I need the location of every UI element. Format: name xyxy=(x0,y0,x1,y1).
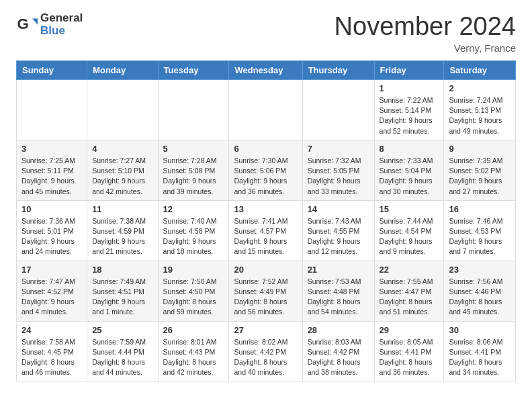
day-header-monday: Monday xyxy=(87,61,158,80)
day-number: 1 xyxy=(380,83,439,93)
calendar-cell: 20Sunrise: 7:52 AMSunset: 4:49 PMDayligh… xyxy=(229,261,302,321)
day-info: Sunrise: 7:58 AMSunset: 4:45 PMDaylight:… xyxy=(21,337,82,378)
calendar-cell: 13Sunrise: 7:41 AMSunset: 4:57 PMDayligh… xyxy=(229,200,302,261)
calendar-table: SundayMondayTuesdayWednesdayThursdayFrid… xyxy=(16,60,516,381)
calendar-cell: 10Sunrise: 7:36 AMSunset: 5:01 PMDayligh… xyxy=(17,200,87,261)
day-info: Sunrise: 7:55 AMSunset: 4:47 PMDaylight:… xyxy=(380,277,439,318)
calendar-cell: 25Sunrise: 7:59 AMSunset: 4:44 PMDayligh… xyxy=(87,321,158,381)
day-info: Sunrise: 7:49 AMSunset: 4:51 PMDaylight:… xyxy=(92,277,152,318)
location: Verny, France xyxy=(335,42,516,54)
calendar-cell: 26Sunrise: 8:01 AMSunset: 4:43 PMDayligh… xyxy=(158,321,229,381)
day-number: 12 xyxy=(163,204,224,214)
calendar-cell: 3Sunrise: 7:25 AMSunset: 5:11 PMDaylight… xyxy=(17,140,87,200)
calendar-cell: 17Sunrise: 7:47 AMSunset: 4:52 PMDayligh… xyxy=(17,261,87,321)
day-info: Sunrise: 7:41 AMSunset: 4:57 PMDaylight:… xyxy=(234,216,297,257)
page-header: G General Blue November 2024 Verny, Fran… xyxy=(0,0,532,60)
calendar-cell: 18Sunrise: 7:49 AMSunset: 4:51 PMDayligh… xyxy=(87,261,158,321)
day-number: 4 xyxy=(92,144,152,154)
day-info: Sunrise: 7:47 AMSunset: 4:52 PMDaylight:… xyxy=(21,277,82,318)
logo-blue: Blue xyxy=(40,25,83,38)
day-number: 5 xyxy=(163,144,224,154)
calendar-cell: 19Sunrise: 7:50 AMSunset: 4:50 PMDayligh… xyxy=(158,261,229,321)
day-number: 24 xyxy=(21,325,82,335)
day-info: Sunrise: 7:24 AMSunset: 5:13 PMDaylight:… xyxy=(449,95,511,136)
day-number: 30 xyxy=(449,325,511,335)
day-header-thursday: Thursday xyxy=(302,61,374,80)
day-info: Sunrise: 8:03 AMSunset: 4:42 PMDaylight:… xyxy=(308,337,369,378)
calendar-cell xyxy=(302,80,374,140)
calendar-cell: 1Sunrise: 7:22 AMSunset: 5:14 PMDaylight… xyxy=(374,80,444,140)
logo: G General Blue xyxy=(16,12,83,37)
day-info: Sunrise: 7:59 AMSunset: 4:44 PMDaylight:… xyxy=(92,337,152,378)
day-number: 21 xyxy=(308,265,369,275)
svg-text:G: G xyxy=(17,15,29,32)
day-number: 15 xyxy=(380,204,439,214)
day-info: Sunrise: 7:43 AMSunset: 4:55 PMDaylight:… xyxy=(308,216,369,257)
calendar-week-3: 17Sunrise: 7:47 AMSunset: 4:52 PMDayligh… xyxy=(17,261,516,321)
day-info: Sunrise: 7:44 AMSunset: 4:54 PMDaylight:… xyxy=(380,216,439,257)
day-info: Sunrise: 8:01 AMSunset: 4:43 PMDaylight:… xyxy=(163,337,224,378)
title-area: November 2024 Verny, France xyxy=(335,12,516,54)
day-number: 17 xyxy=(21,265,82,275)
calendar-week-4: 24Sunrise: 7:58 AMSunset: 4:45 PMDayligh… xyxy=(17,321,516,381)
day-info: Sunrise: 7:53 AMSunset: 4:48 PMDaylight:… xyxy=(308,277,369,318)
calendar-cell: 27Sunrise: 8:02 AMSunset: 4:42 PMDayligh… xyxy=(229,321,302,381)
day-number: 25 xyxy=(92,325,152,335)
day-header-saturday: Saturday xyxy=(444,61,516,80)
calendar-cell: 16Sunrise: 7:46 AMSunset: 4:53 PMDayligh… xyxy=(444,200,516,261)
day-info: Sunrise: 8:05 AMSunset: 4:41 PMDaylight:… xyxy=(380,337,439,378)
calendar-cell: 2Sunrise: 7:24 AMSunset: 5:13 PMDaylight… xyxy=(444,80,516,140)
day-info: Sunrise: 7:38 AMSunset: 4:59 PMDaylight:… xyxy=(92,216,152,257)
day-number: 3 xyxy=(21,144,82,154)
day-number: 16 xyxy=(449,204,511,214)
calendar-cell: 15Sunrise: 7:44 AMSunset: 4:54 PMDayligh… xyxy=(374,200,444,261)
day-header-tuesday: Tuesday xyxy=(158,61,229,80)
day-number: 22 xyxy=(380,265,439,275)
calendar-cell: 14Sunrise: 7:43 AMSunset: 4:55 PMDayligh… xyxy=(302,200,374,261)
day-number: 2 xyxy=(449,83,511,93)
calendar-cell xyxy=(158,80,229,140)
calendar-wrap: SundayMondayTuesdayWednesdayThursdayFrid… xyxy=(0,60,532,390)
svg-marker-1 xyxy=(32,18,38,25)
logo-icon: G xyxy=(16,14,38,36)
day-header-friday: Friday xyxy=(374,61,444,80)
day-info: Sunrise: 8:06 AMSunset: 4:41 PMDaylight:… xyxy=(449,337,511,378)
day-info: Sunrise: 7:50 AMSunset: 4:50 PMDaylight:… xyxy=(163,277,224,318)
day-number: 29 xyxy=(380,325,439,335)
logo-general: General xyxy=(40,12,83,25)
calendar-cell: 5Sunrise: 7:28 AMSunset: 5:08 PMDaylight… xyxy=(158,140,229,200)
day-info: Sunrise: 7:30 AMSunset: 5:06 PMDaylight:… xyxy=(234,156,297,197)
calendar-header-row: SundayMondayTuesdayWednesdayThursdayFrid… xyxy=(17,61,516,80)
day-number: 7 xyxy=(308,144,369,154)
day-number: 8 xyxy=(380,144,439,154)
calendar-cell: 23Sunrise: 7:56 AMSunset: 4:46 PMDayligh… xyxy=(444,261,516,321)
day-info: Sunrise: 7:22 AMSunset: 5:14 PMDaylight:… xyxy=(380,95,439,136)
calendar-cell xyxy=(87,80,158,140)
day-info: Sunrise: 7:36 AMSunset: 5:01 PMDaylight:… xyxy=(21,216,82,257)
day-number: 19 xyxy=(163,265,224,275)
calendar-cell: 12Sunrise: 7:40 AMSunset: 4:58 PMDayligh… xyxy=(158,200,229,261)
day-header-wednesday: Wednesday xyxy=(229,61,302,80)
calendar-cell: 11Sunrise: 7:38 AMSunset: 4:59 PMDayligh… xyxy=(87,200,158,261)
calendar-cell: 22Sunrise: 7:55 AMSunset: 4:47 PMDayligh… xyxy=(374,261,444,321)
day-number: 11 xyxy=(92,204,152,214)
month-title: November 2024 xyxy=(335,12,516,41)
day-number: 6 xyxy=(234,144,297,154)
calendar-cell: 9Sunrise: 7:35 AMSunset: 5:02 PMDaylight… xyxy=(444,140,516,200)
day-header-sunday: Sunday xyxy=(17,61,87,80)
day-info: Sunrise: 7:25 AMSunset: 5:11 PMDaylight:… xyxy=(21,156,82,197)
calendar-cell: 6Sunrise: 7:30 AMSunset: 5:06 PMDaylight… xyxy=(229,140,302,200)
calendar-cell xyxy=(17,80,87,140)
day-info: Sunrise: 7:33 AMSunset: 5:04 PMDaylight:… xyxy=(380,156,439,197)
day-info: Sunrise: 8:02 AMSunset: 4:42 PMDaylight:… xyxy=(234,337,297,378)
day-number: 18 xyxy=(92,265,152,275)
day-info: Sunrise: 7:40 AMSunset: 4:58 PMDaylight:… xyxy=(163,216,224,257)
day-info: Sunrise: 7:28 AMSunset: 5:08 PMDaylight:… xyxy=(163,156,224,197)
calendar-cell: 8Sunrise: 7:33 AMSunset: 5:04 PMDaylight… xyxy=(374,140,444,200)
calendar-cell xyxy=(229,80,302,140)
calendar-cell: 24Sunrise: 7:58 AMSunset: 4:45 PMDayligh… xyxy=(17,321,87,381)
day-info: Sunrise: 7:52 AMSunset: 4:49 PMDaylight:… xyxy=(234,277,297,318)
day-number: 23 xyxy=(449,265,511,275)
calendar-cell: 7Sunrise: 7:32 AMSunset: 5:05 PMDaylight… xyxy=(302,140,374,200)
logo-text: General Blue xyxy=(40,12,83,37)
